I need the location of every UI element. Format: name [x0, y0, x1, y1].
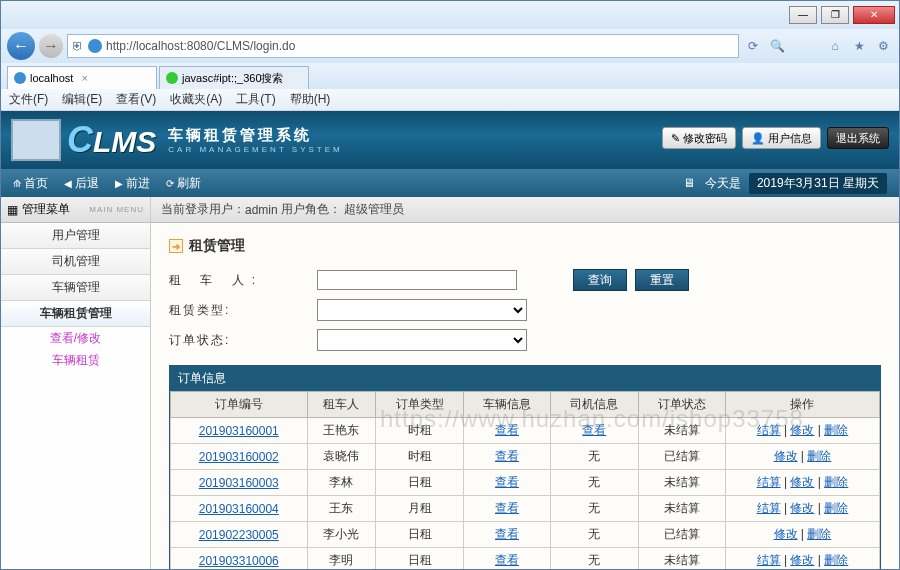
cell-renter: 王艳东 — [307, 418, 376, 444]
table-row: 201903160004王东月租查看无未结算结算 | 修改 | 删除 — [171, 496, 880, 522]
sidebar-sub-rental[interactable]: 车辆租赁 — [1, 349, 150, 371]
car-view-link[interactable]: 查看 — [495, 423, 519, 437]
sidebar-item-driver-mgmt[interactable]: 司机管理 — [1, 249, 150, 275]
op-删除[interactable]: 删除 — [807, 527, 831, 541]
cell-status: 已结算 — [638, 522, 725, 548]
menu-file[interactable]: 文件(F) — [9, 91, 48, 108]
menu-help[interactable]: 帮助(H) — [290, 91, 331, 108]
arrow-square-icon: ➜ — [169, 239, 183, 253]
logo-subtitle: 车辆租赁管理系统 CAR MANAGEMENT SYSTEM — [168, 126, 342, 154]
url-input[interactable] — [106, 39, 734, 53]
query-button[interactable]: 查询 — [573, 269, 627, 291]
table-header: 车辆信息 — [463, 392, 550, 418]
op-删除[interactable]: 删除 — [824, 553, 848, 567]
op-删除[interactable]: 删除 — [824, 501, 848, 515]
cell-driver: 无 — [551, 496, 638, 522]
car-view-link[interactable]: 查看 — [495, 475, 519, 489]
op-结算[interactable]: 结算 — [757, 475, 781, 489]
order-status-select[interactable] — [317, 329, 527, 351]
cell-order-id: 201903310006 — [171, 548, 308, 570]
cell-order-id: 201903160002 — [171, 444, 308, 470]
nav-home[interactable]: ⟰首页 — [13, 175, 48, 192]
driver-view-link[interactable]: 查看 — [582, 423, 606, 437]
menu-favorites[interactable]: 收藏夹(A) — [170, 91, 222, 108]
cell-type: 日租 — [376, 470, 463, 496]
car-view-link[interactable]: 查看 — [495, 553, 519, 567]
globe-icon — [88, 39, 102, 53]
cell-car: 查看 — [463, 496, 550, 522]
order-id-link[interactable]: 201903160002 — [199, 450, 279, 464]
menu-tools[interactable]: 工具(T) — [236, 91, 275, 108]
op-结算[interactable]: 结算 — [757, 423, 781, 437]
order-id-link[interactable]: 201903160004 — [199, 502, 279, 516]
op-删除[interactable]: 删除 — [807, 449, 831, 463]
change-password-button[interactable]: ✎修改密码 — [662, 127, 736, 149]
app-header: C LMS 车辆租赁管理系统 CAR MANAGEMENT SYSTEM ✎修改… — [1, 111, 899, 169]
renter-input[interactable] — [317, 270, 517, 290]
ie-icon — [14, 72, 26, 84]
menu-view[interactable]: 查看(V) — [116, 91, 156, 108]
forward-button[interactable]: → — [39, 34, 63, 58]
sidebar-item-rental-mgmt[interactable]: 车辆租赁管理 — [1, 301, 150, 327]
logo-cn: 车辆租赁管理系统 — [168, 126, 342, 145]
order-status-label: 订单状态: — [169, 332, 309, 349]
user-info-button[interactable]: 👤用户信息 — [742, 127, 821, 149]
close-tab-icon[interactable]: × — [81, 72, 87, 84]
home-icon[interactable]: ⌂ — [825, 36, 845, 56]
op-修改[interactable]: 修改 — [774, 449, 798, 463]
breadcrumb: 当前登录用户： admin 用户角色： 超级管理员 — [151, 197, 899, 223]
app-navbar: ⟰首页 ◀后退 ▶前进 ⟳刷新 🖥 今天是 2019年3月31日 星期天 — [1, 169, 899, 197]
back-button[interactable]: ← — [7, 32, 35, 60]
renter-label: 租 车 人: — [169, 272, 309, 289]
cell-ops: 结算 | 修改 | 删除 — [725, 418, 879, 444]
op-修改[interactable]: 修改 — [790, 501, 814, 515]
menu-edit[interactable]: 编辑(E) — [62, 91, 102, 108]
op-删除[interactable]: 删除 — [824, 475, 848, 489]
tab-label: javasc#ipt:;_360搜索 — [182, 71, 284, 86]
nav-refresh[interactable]: ⟳刷新 — [166, 175, 201, 192]
op-修改[interactable]: 修改 — [790, 423, 814, 437]
order-id-link[interactable]: 201903160003 — [199, 476, 279, 490]
op-修改[interactable]: 修改 — [790, 553, 814, 567]
sidebar-sub-view-edit[interactable]: 查看/修改 — [1, 327, 150, 349]
tools-icon[interactable]: ⚙ — [873, 36, 893, 56]
rent-type-select[interactable] — [317, 299, 527, 321]
minimize-button[interactable]: — — [789, 6, 817, 24]
sidebar-item-vehicle-mgmt[interactable]: 车辆管理 — [1, 275, 150, 301]
op-删除[interactable]: 删除 — [824, 423, 848, 437]
maximize-button[interactable]: ❐ — [821, 6, 849, 24]
order-id-link[interactable]: 201903310006 — [199, 554, 279, 568]
op-修改[interactable]: 修改 — [774, 527, 798, 541]
cell-type: 时租 — [376, 418, 463, 444]
close-button[interactable]: ✕ — [853, 6, 895, 24]
address-bar[interactable]: ⛨ — [67, 34, 739, 58]
search-icon[interactable]: 🔍 — [767, 36, 787, 56]
window-titlebar: — ❐ ✕ — [1, 1, 899, 29]
order-id-link[interactable]: 201903160001 — [199, 424, 279, 438]
tab-localhost[interactable]: localhost × — [7, 66, 157, 89]
cell-order-id: 201903160004 — [171, 496, 308, 522]
back-nav-icon: ◀ — [64, 178, 72, 189]
cell-status: 未结算 — [638, 418, 725, 444]
op-结算[interactable]: 结算 — [757, 553, 781, 567]
cell-ops: 结算 | 修改 | 删除 — [725, 496, 879, 522]
car-view-link[interactable]: 查看 — [495, 449, 519, 463]
home-nav-icon: ⟰ — [13, 178, 21, 189]
nav-back[interactable]: ◀后退 — [64, 175, 99, 192]
nav-forward[interactable]: ▶前进 — [115, 175, 150, 192]
order-id-link[interactable]: 201902230005 — [199, 528, 279, 542]
reset-button[interactable]: 重置 — [635, 269, 689, 291]
op-结算[interactable]: 结算 — [757, 501, 781, 515]
cell-car: 查看 — [463, 548, 550, 570]
logout-button[interactable]: 退出系统 — [827, 127, 889, 149]
sidebar-item-user-mgmt[interactable]: 用户管理 — [1, 223, 150, 249]
table-header: 订单类型 — [376, 392, 463, 418]
op-修改[interactable]: 修改 — [790, 475, 814, 489]
refresh-icon[interactable]: ⟳ — [743, 36, 763, 56]
current-user-label: 当前登录用户： — [161, 201, 245, 218]
car-view-link[interactable]: 查看 — [495, 501, 519, 515]
browser-navbar: ← → ⛨ ⟳ 🔍 ⌂ ★ ⚙ — [1, 29, 899, 63]
car-view-link[interactable]: 查看 — [495, 527, 519, 541]
tab-360[interactable]: javasc#ipt:;_360搜索 — [159, 66, 309, 89]
favorites-icon[interactable]: ★ — [849, 36, 869, 56]
